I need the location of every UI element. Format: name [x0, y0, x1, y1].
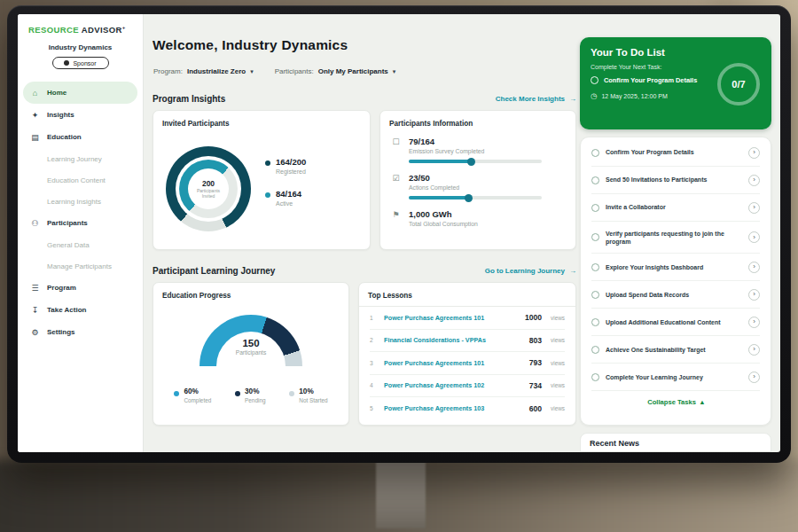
app-logo: RESOURCE ADVISOR+	[18, 14, 143, 40]
top-lessons-card: Top Lessons 1 Power Purchase Agreements …	[358, 282, 576, 426]
sidebar-item-settings[interactable]: ⚙ Settings	[23, 321, 137, 343]
participants-information-card: Participants Information ☐ 79/164 Emissi…	[379, 110, 576, 250]
sponsor-badge: Sponsor	[52, 57, 109, 69]
lesson-link[interactable]: Power Purchase Agreements 102	[384, 381, 522, 389]
settings-icon: ⚙	[30, 328, 40, 337]
participants-dropdown[interactable]: Participants: Only My Participants ▾	[275, 67, 396, 75]
stat-emission-survey: ☐ 79/164 Emission Survey Completed	[391, 137, 565, 163]
todo-progress-ring: 0/7	[717, 63, 760, 106]
task-row[interactable]: Complete Your Learning Journey ›	[591, 364, 760, 391]
checklist-icon: ☑	[391, 173, 401, 200]
sidebar-item-learning-insights[interactable]: Learning Insights	[23, 191, 137, 212]
collapse-tasks-link[interactable]: Collapse Tasks ▴	[591, 391, 760, 406]
sponsor-badge-label: Sponsor	[73, 60, 96, 66]
monitor-bezel: RESOURCE ADVISOR+ Industry Dynamics Spon…	[7, 5, 791, 463]
go-to-learning-journey-link[interactable]: Go to Learning Journey →	[485, 267, 576, 275]
chevron-right-icon[interactable]: ›	[748, 262, 760, 273]
lessons-list: 1 Power Purchase Agreements 101 1000 vie…	[359, 307, 575, 420]
lesson-row: 5 Power Purchase Agreements 103 600 view…	[370, 397, 565, 420]
sidebar-nav: ⌂ Home ✦ Insights ▤ Education Learning J…	[18, 78, 143, 343]
lesson-link[interactable]: Power Purchase Agreements 103	[384, 404, 522, 412]
lesson-link[interactable]: Power Purchase Agreements 101	[384, 359, 522, 367]
program-dropdown[interactable]: Program: Industrialize Zero ▾	[153, 67, 254, 75]
legend-item-not-started: 10% Not Started	[289, 387, 327, 403]
progress-bar	[409, 160, 542, 163]
org-name: Industry Dynamics	[18, 43, 143, 51]
todo-summary-card: Your To Do List Complete Your Next Task:…	[580, 37, 771, 129]
task-row[interactable]: Send 50 Invitations to Participants ›	[591, 167, 760, 194]
sidebar-item-home[interactable]: ⌂ Home	[23, 82, 137, 104]
logo-secondary: ADVISOR	[82, 25, 122, 35]
check-more-insights-link[interactable]: Check More Insights →	[496, 95, 576, 103]
chevron-right-icon[interactable]: ›	[748, 344, 760, 356]
checkbox-icon[interactable]	[591, 176, 599, 184]
chevron-right-icon[interactable]: ›	[748, 175, 760, 186]
invited-participants-donut-chart: 200 Participants Invited	[166, 146, 251, 231]
legend-item-registered: 164/200 Registered	[265, 157, 306, 175]
checkbox-icon[interactable]	[591, 373, 599, 381]
checkbox-icon[interactable]	[591, 291, 599, 299]
todo-tasks-card: Confirm Your Program Details › Send 50 I…	[580, 137, 771, 426]
insights-icon: ✦	[30, 111, 40, 120]
todo-progress-value: 0/7	[732, 79, 745, 90]
legend-item-completed: 60% Completed	[174, 387, 211, 403]
learning-journey-header: Participant Learning Journey Go to Learn…	[153, 266, 576, 276]
card-title: Education Progress	[153, 283, 348, 300]
sponsor-icon	[64, 60, 69, 66]
checkbox-icon[interactable]	[591, 204, 599, 212]
checkbox-icon[interactable]	[591, 233, 599, 241]
legend-dot	[174, 391, 179, 396]
checkbox-icon[interactable]	[591, 149, 599, 157]
chevron-right-icon[interactable]: ›	[748, 202, 760, 214]
next-task[interactable]: Confirm Your Program Details	[591, 76, 715, 84]
checkbox-icon[interactable]	[591, 263, 599, 271]
progress-bar	[409, 196, 542, 200]
checkbox-icon[interactable]	[591, 318, 599, 326]
task-row[interactable]: Achieve One Sustainability Target ›	[591, 336, 760, 364]
legend-dot	[235, 391, 240, 396]
stat-actions-completed: ☑ 23/50 Actions Completed	[391, 173, 565, 200]
education-icon: ▤	[30, 133, 40, 142]
lesson-link[interactable]: Financial Considerations - VPPAs	[384, 336, 522, 344]
sidebar-item-program[interactable]: ☰ Program	[23, 277, 137, 299]
checkbox-icon[interactable]	[591, 346, 599, 354]
legend-item-active: 84/164 Active	[265, 189, 306, 207]
task-row[interactable]: Explore Your Insights Dashboard ›	[591, 254, 760, 281]
education-progress-card: Education Progress 150 Participants 60% …	[153, 282, 349, 426]
clock-icon: ◷	[591, 91, 597, 100]
recent-news-title: Recent News	[590, 439, 762, 448]
sidebar-item-insights[interactable]: ✦ Insights	[23, 104, 137, 126]
sidebar-item-education[interactable]: ▤ Education	[23, 126, 137, 148]
task-row[interactable]: Verify participants requesting to join t…	[591, 222, 760, 254]
dashboard-screen: RESOURCE ADVISOR+ Industry Dynamics Spon…	[18, 14, 780, 452]
sidebar-item-education-content[interactable]: Education Content	[23, 169, 137, 191]
chevron-right-icon[interactable]: ›	[748, 372, 760, 383]
chevron-right-icon[interactable]: ›	[748, 317, 760, 328]
checkbox-icon[interactable]	[591, 76, 598, 84]
sidebar-item-learning-journey[interactable]: Learning Journey	[23, 148, 137, 169]
legend-item-pending: 30% Pending	[235, 387, 265, 403]
sidebar-item-manage-participants[interactable]: Manage Participants	[23, 255, 137, 277]
chevron-right-icon[interactable]: ›	[748, 289, 760, 301]
sidebar-item-participants[interactable]: ⚇ Participants	[23, 212, 137, 234]
chevron-right-icon[interactable]: ›	[748, 231, 760, 243]
task-row[interactable]: Upload Additional Educational Content ›	[591, 309, 760, 336]
logo-sup: +	[122, 25, 126, 30]
task-row[interactable]: Invite a Collaborator ›	[591, 194, 760, 222]
participant-stats: ☐ 79/164 Emission Survey Completed ☑ 23/…	[380, 128, 575, 227]
chevron-right-icon[interactable]: ›	[748, 147, 760, 159]
legend-dot	[265, 192, 270, 198]
sidebar-item-general-data[interactable]: General Data	[23, 234, 137, 255]
take-action-icon: ↧	[30, 306, 40, 315]
chevron-down-icon: ▾	[250, 68, 254, 75]
sidebar-item-take-action[interactable]: ↧ Take Action	[23, 299, 137, 321]
task-row[interactable]: Confirm Your Program Details ›	[591, 139, 760, 167]
lesson-link[interactable]: Power Purchase Agreements 101	[384, 314, 518, 322]
lesson-row: 4 Power Purchase Agreements 102 734 view…	[370, 375, 565, 398]
monitor-stand	[376, 454, 426, 528]
stat-global-consumption: ⚑ 1,000 GWh Total Global Consumption	[391, 209, 565, 227]
location-icon: ⚑	[391, 209, 401, 227]
chevron-down-icon: ▾	[393, 68, 396, 75]
card-title: Participants Information	[380, 111, 575, 128]
task-row[interactable]: Upload Spend Data Records ›	[591, 281, 760, 309]
